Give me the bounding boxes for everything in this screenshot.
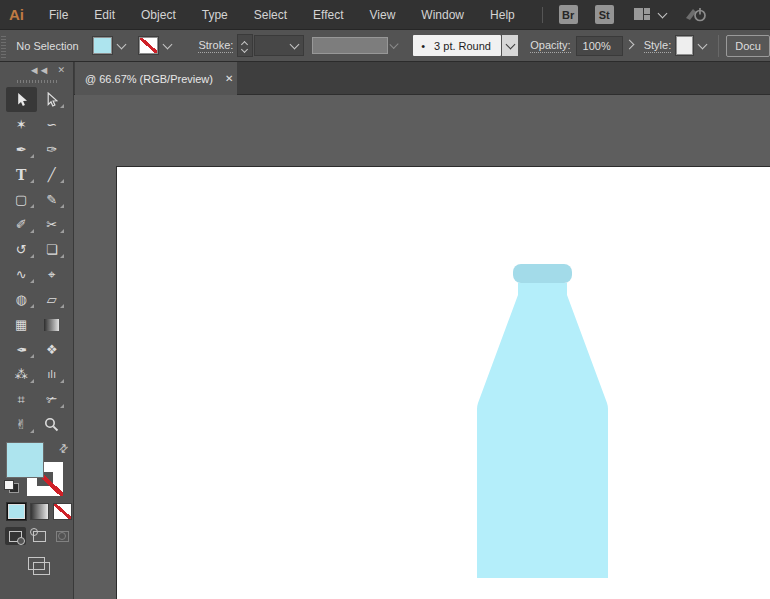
tool-symbol-sprayer[interactable]: ⁂ xyxy=(6,362,37,387)
tool-shaper[interactable]: ✐ xyxy=(6,212,37,237)
tool-blend[interactable]: ❖ xyxy=(37,337,68,362)
tool-curvature[interactable]: ✑ xyxy=(37,137,68,162)
opacity-label[interactable]: Opacity: xyxy=(530,38,570,53)
opacity-input[interactable]: 100% xyxy=(576,36,624,56)
magnifier-icon xyxy=(44,417,59,432)
tool-lasso[interactable]: ∽ xyxy=(37,112,68,137)
stock-button[interactable]: St xyxy=(595,5,614,24)
close-tab-icon[interactable]: ✕ xyxy=(225,73,233,84)
tool-width[interactable]: ∿ xyxy=(6,262,37,287)
menu-bar: Ai FileEditObjectTypeSelectEffectViewWin… xyxy=(0,0,770,30)
close-panel-icon[interactable]: ✕ xyxy=(57,65,65,75)
stroke-weight-dropdown[interactable] xyxy=(254,35,304,56)
tool-paintbrush[interactable]: ✎ xyxy=(37,187,68,212)
curvature-icon: ✑ xyxy=(46,143,57,156)
stroke-color-swatch[interactable] xyxy=(139,37,159,54)
style-label[interactable]: Style: xyxy=(644,38,672,53)
menu-type[interactable]: Type xyxy=(189,0,241,29)
workspace-switcher-icon[interactable] xyxy=(634,8,651,21)
screen-mode-icon[interactable] xyxy=(28,557,45,570)
menu-file[interactable]: File xyxy=(36,0,81,29)
tool-rectangle[interactable]: ▢ xyxy=(6,187,37,212)
gradient-button[interactable] xyxy=(31,504,48,519)
gpu-performance-icon[interactable] xyxy=(684,6,710,23)
controlbar-divider xyxy=(718,35,719,57)
menu-effect[interactable]: Effect xyxy=(300,0,356,29)
tool-artboard[interactable]: ⌗ xyxy=(6,387,37,412)
screen-mode-row xyxy=(0,557,73,570)
draw-inside-button[interactable] xyxy=(52,527,73,545)
tool-line-segment[interactable]: ╱ xyxy=(37,162,68,187)
tool-selection[interactable] xyxy=(6,87,37,112)
tool-scale[interactable]: ❏ xyxy=(37,237,68,262)
none-slash-icon xyxy=(140,38,158,53)
menu-select[interactable]: Select xyxy=(241,0,300,29)
collapse-panel-icon[interactable]: ◄◄ xyxy=(29,65,49,75)
color-mode-row xyxy=(0,504,73,519)
fill-color-swatch[interactable] xyxy=(93,37,113,54)
puppet-warp-icon: ⌖ xyxy=(48,268,55,281)
chevron-down-icon xyxy=(289,39,299,49)
variable-width-profile-dropdown[interactable] xyxy=(312,37,388,54)
swap-fill-stroke-icon[interactable]: ⇄ xyxy=(56,441,72,457)
opacity-options-button[interactable] xyxy=(623,44,635,48)
fill-dropdown-button[interactable] xyxy=(115,36,128,55)
tool-pen[interactable]: ✒ xyxy=(6,137,37,162)
app-logo: Ai xyxy=(9,6,24,23)
tool-zoom[interactable] xyxy=(37,412,68,437)
tool-column-graph[interactable]: ılı xyxy=(37,362,68,387)
magic-wand-icon: ✶ xyxy=(16,118,27,131)
tool-mesh[interactable]: ▦ xyxy=(6,312,37,337)
chevron-down-icon xyxy=(241,46,248,53)
tool-rotate[interactable]: ↺ xyxy=(6,237,37,262)
menu-edit[interactable]: Edit xyxy=(81,0,128,29)
blend-icon: ❖ xyxy=(46,343,58,356)
style-dropdown-button[interactable] xyxy=(696,36,709,55)
direct-selection-cursor-icon xyxy=(45,92,58,108)
brush-dropdown-button[interactable] xyxy=(502,35,518,56)
bridge-button[interactable]: Br xyxy=(559,5,578,24)
stroke-weight-stepper[interactable] xyxy=(237,34,252,57)
bottle-cap-shape[interactable] xyxy=(513,264,572,283)
color-button[interactable] xyxy=(8,504,25,519)
draw-normal-button[interactable] xyxy=(5,527,26,545)
menu-object[interactable]: Object xyxy=(128,0,189,29)
fill-swatch[interactable] xyxy=(7,443,43,477)
shaper-icon: ✐ xyxy=(16,218,27,231)
menu-view[interactable]: View xyxy=(357,0,409,29)
tool-hand[interactable]: ✌ xyxy=(6,412,37,437)
tool-direct-selection[interactable] xyxy=(37,87,68,112)
tool-perspective-grid[interactable]: ▱ xyxy=(37,287,68,312)
bottle-body-shape[interactable] xyxy=(477,283,608,578)
gradient-icon xyxy=(44,319,59,331)
tool-shape-builder[interactable]: ◍ xyxy=(6,287,37,312)
brush-definition-dropdown[interactable]: • 3 pt. Round xyxy=(413,35,518,56)
default-fill-stroke-icon[interactable] xyxy=(4,480,19,493)
pasteboard[interactable] xyxy=(0,95,770,599)
document-setup-button[interactable]: Docu xyxy=(726,35,770,57)
selection-status: No Selection xyxy=(16,40,78,52)
menu-help[interactable]: Help xyxy=(477,0,528,29)
tool-grid: ✶∽✒✑T╱▢✎✐✂↺❏∿⌖◍▱▦✒❖⁂ılı⌗✃✌ xyxy=(0,87,73,437)
artboard[interactable] xyxy=(116,166,770,599)
symbol-sprayer-icon: ⁂ xyxy=(15,368,28,381)
tool-magic-wand[interactable]: ✶ xyxy=(6,112,37,137)
stroke-weight-label[interactable]: Stroke: xyxy=(198,38,233,53)
panel-drag-grip[interactable] xyxy=(17,80,57,83)
tool-eyedropper[interactable]: ✒ xyxy=(6,337,37,362)
stroke-dropdown-button[interactable] xyxy=(161,36,174,55)
menu-window[interactable]: Window xyxy=(408,0,477,29)
none-button[interactable] xyxy=(54,504,71,519)
graphic-style-swatch[interactable] xyxy=(676,36,693,55)
document-tab[interactable]: @ 66.67% (RGB/Preview) ✕ xyxy=(75,62,237,95)
lasso-icon: ∽ xyxy=(46,118,57,131)
tool-gradient[interactable] xyxy=(37,312,68,337)
chevron-down-icon[interactable] xyxy=(657,8,667,18)
tool-type[interactable]: T xyxy=(6,162,37,187)
tool-scissors[interactable]: ✂ xyxy=(37,212,68,237)
tool-puppet-warp[interactable]: ⌖ xyxy=(37,262,68,287)
menu-items: FileEditObjectTypeSelectEffectViewWindow… xyxy=(36,0,528,29)
draw-behind-button[interactable] xyxy=(29,527,50,545)
panel-grip[interactable] xyxy=(1,34,6,58)
tool-slice[interactable]: ✃ xyxy=(37,387,68,412)
